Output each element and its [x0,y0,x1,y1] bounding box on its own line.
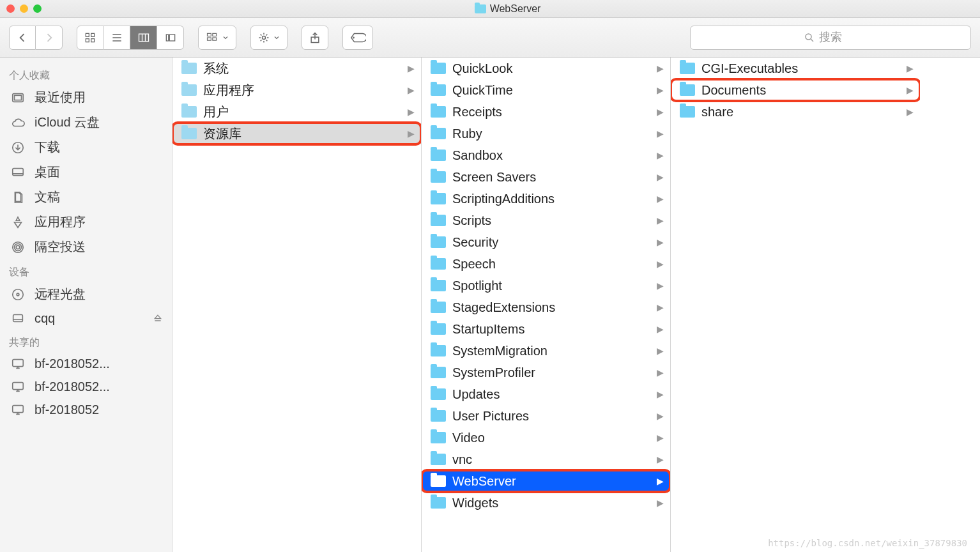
folder-item[interactable]: Ruby▶ [422,123,670,144]
minimize-window-button[interactable] [20,4,28,13]
folder-label: Spotlight [452,279,502,293]
folder-label: Video [452,431,485,445]
list-view-button[interactable] [103,26,130,50]
folder-item[interactable]: StagedExtensions▶ [422,296,670,318]
folder-item[interactable]: Sandbox▶ [422,144,670,166]
chevron-right-icon: ▶ [657,150,664,160]
zoom-window-button[interactable] [33,4,42,13]
folder-item[interactable]: SystemProfiler▶ [422,362,670,383]
svg-point-19 [16,245,20,249]
svg-rect-3 [91,38,95,42]
titlebar: WebServer [0,0,980,18]
sidebar-item[interactable]: iCloud 云盘 [0,110,172,135]
folder-item[interactable]: Speech▶ [422,253,670,275]
folder-icon [431,323,446,335]
sidebar-item[interactable]: 应用程序 [0,210,172,234]
folder-item[interactable]: QuickLook▶ [422,57,670,79]
folder-item[interactable]: Spotlight▶ [422,275,670,296]
search-input[interactable] [819,31,857,44]
back-button[interactable] [9,26,36,50]
folder-label: Receipts [452,105,502,119]
sidebar-item[interactable]: bf-2018052... [0,375,172,398]
sidebar-item[interactable]: 下载 [0,135,172,160]
column-view-button[interactable] [130,26,157,50]
svg-rect-16 [15,95,22,100]
folder-item[interactable]: Widgets▶ [422,492,670,514]
group-icon [205,31,219,44]
folder-icon [181,128,197,139]
chevron-right-icon: ▶ [657,85,664,95]
folder-icon [431,345,446,356]
folder-item[interactable]: Screen Savers▶ [422,166,670,188]
folder-item[interactable]: share▶ [671,101,920,123]
folder-item[interactable]: Security▶ [422,231,670,253]
folder-item[interactable]: ScriptingAdditions▶ [422,188,670,210]
folder-item[interactable]: CGI-Executables▶ [671,57,920,79]
folder-item[interactable]: QuickTime▶ [422,79,670,101]
sidebar-item-label: bf-2018052 [34,402,99,417]
tags-button[interactable] [342,26,373,50]
sidebar-item[interactable]: 桌面 [0,160,172,185]
folder-item[interactable]: 系统▶ [172,57,421,79]
folder-icon [431,63,446,74]
folder-item[interactable]: 资源库▶ [172,123,421,144]
folder-icon [431,193,446,204]
folder-label: vnc [452,452,472,467]
monitor-icon [9,379,27,394]
search-icon [804,32,815,43]
main-area: 个人收藏最近使用iCloud 云盘下载桌面文稿应用程序隔空投送设备远程光盘cqq… [0,57,980,552]
folder-item[interactable]: StartupItems▶ [422,318,670,340]
sidebar-item[interactable]: 远程光盘 [0,282,172,307]
folder-icon [475,4,486,13]
svg-rect-18 [13,168,24,175]
svg-rect-5 [166,34,168,41]
folder-label: QuickLook [452,61,513,76]
sidebar-item[interactable]: bf-2018052... [0,352,172,375]
gallery-view-button[interactable] [157,26,184,50]
chevron-right-icon: ▶ [657,194,664,204]
folder-item[interactable]: vnc▶ [422,448,670,470]
browser-column: CGI-Executables▶Documents▶share▶ [671,57,920,552]
folder-item[interactable]: WebServer▶ [422,470,670,492]
browser-column: QuickLook▶QuickTime▶Receipts▶Ruby▶Sandbo… [422,57,671,552]
folder-item[interactable]: Documents▶ [671,79,920,101]
folder-item[interactable]: Scripts▶ [422,210,670,231]
sidebar-section-header: 个人收藏 [0,63,172,85]
folder-item[interactable]: Video▶ [422,427,670,448]
folder-item[interactable]: Updates▶ [422,383,670,405]
svg-rect-1 [91,33,95,36]
close-window-button[interactable] [6,4,15,13]
sidebar-item[interactable]: 最近使用 [0,85,172,110]
folder-item[interactable]: 应用程序▶ [172,79,421,101]
eject-icon[interactable] [153,313,163,323]
chevron-right-icon: ▶ [408,63,415,73]
sidebar-item-label: 桌面 [34,164,60,181]
sidebar-item[interactable]: bf-2018052 [0,398,172,421]
folder-item[interactable]: SystemMigration▶ [422,340,670,362]
sidebar-item[interactable]: cqq [0,307,172,330]
list-icon [111,31,123,44]
folder-item[interactable]: Receipts▶ [422,101,670,123]
sidebar-item[interactable]: 隔空投送 [0,234,172,259]
folder-icon [431,106,446,118]
forward-button[interactable] [36,26,63,50]
chevron-right-icon: ▶ [907,85,914,95]
sidebar-section-header: 设备 [0,259,172,282]
sidebar-item-label: bf-2018052... [34,356,110,371]
group-by-button[interactable] [198,26,236,50]
chevron-right-icon: ▶ [657,302,664,312]
folder-icon [431,497,446,509]
icon-view-button[interactable] [77,26,103,50]
search-box[interactable] [690,26,971,50]
folder-icon [680,84,695,96]
sidebar-item[interactable]: 文稿 [0,185,172,210]
folder-item[interactable]: 用户▶ [172,101,421,123]
download-icon [9,140,27,155]
folder-icon [431,150,446,161]
folder-icon [680,63,695,74]
svg-rect-9 [213,33,217,36]
folder-icon [431,236,446,248]
share-button[interactable] [302,26,328,50]
action-button[interactable] [250,26,287,50]
folder-item[interactable]: User Pictures▶ [422,405,670,427]
